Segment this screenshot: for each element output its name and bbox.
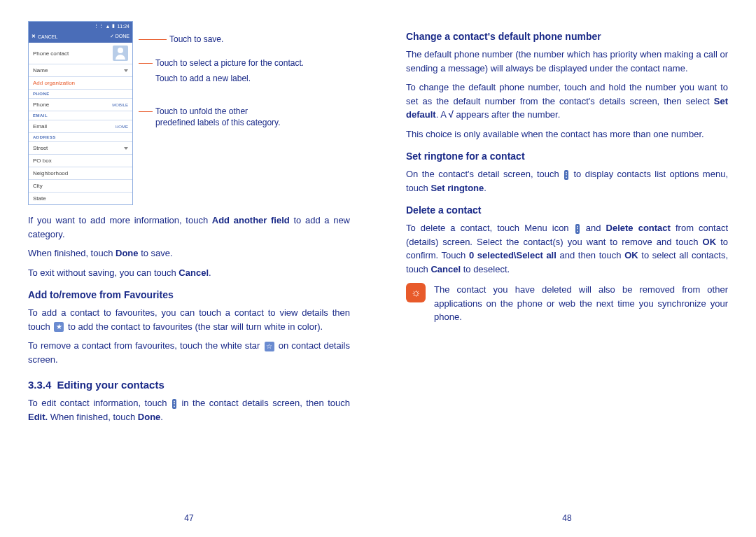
heading-default-number: Change a contact's default phone number <box>406 31 728 42</box>
p-default3: This choice is only available when the c… <box>406 127 728 141</box>
page-number-right: 48 <box>562 513 571 523</box>
state-label: State <box>33 195 46 202</box>
heading-ringtone: Set ringtone for a contact <box>406 151 728 162</box>
email-section-header: EMAIL <box>29 111 132 120</box>
contact-picture-icon[interactable] <box>113 46 128 61</box>
pobox-label: PO box <box>33 158 52 164</box>
phone-statusbar: ⋮⋮ ▲ ▮ 11:24 <box>29 22 132 30</box>
phone-and-callouts: ⋮⋮ ▲ ▮ 11:24 ✕ CANCEL ✓ DONE Phone conta… <box>28 21 350 205</box>
page-number-left: 47 <box>184 513 193 523</box>
tip-icon: ☼ <box>406 283 426 302</box>
callout-save: Touch to save. <box>139 34 304 45</box>
callout-label: Touch to add a new label. <box>139 73 304 84</box>
add-organization-link[interactable]: Add organization <box>29 77 132 90</box>
battery-icon: ▮ <box>112 23 115 29</box>
page-left: ⋮⋮ ▲ ▮ 11:24 ✕ CANCEL ✓ DONE Phone conta… <box>0 0 378 537</box>
phone-section-header: PHONE <box>29 90 132 99</box>
p-add-fav: To add a contact to favourites, you can … <box>28 306 350 333</box>
phone-contact-label: Phone contact <box>33 50 69 57</box>
tip-text: The contact you have deleted will also b… <box>434 283 728 324</box>
pobox-row[interactable]: PO box <box>29 155 132 167</box>
page-right: Change a contact's default phone number … <box>378 0 756 537</box>
p-default2: To change the default phone number, touc… <box>406 81 728 122</box>
callout-unfold: Touch to unfold the other predefined lab… <box>139 106 304 128</box>
tip-row: ☼ The contact you have deleted will also… <box>406 283 728 324</box>
p-default1: The default phone number (the number whi… <box>406 48 728 75</box>
address-section-header: ADDRESS <box>29 133 132 142</box>
callout-label-text: Touch to add a new label. <box>139 73 251 84</box>
p-add-field: If you want to add more information, tou… <box>28 214 350 241</box>
callout-picture: Touch to select a picture for the contac… <box>139 57 304 69</box>
signal-icon: ▲ <box>106 24 111 29</box>
p-edit: To edit contact information, touch in th… <box>28 396 350 424</box>
email-field-row[interactable]: Email HOME <box>29 120 132 133</box>
phone-mockup: ⋮⋮ ▲ ▮ 11:24 ✕ CANCEL ✓ DONE Phone conta… <box>28 21 133 205</box>
p-remove-fav: To remove a contact from favourites, tou… <box>28 339 350 366</box>
mobile-label[interactable]: MOBILE <box>112 103 128 107</box>
state-row[interactable]: State <box>29 193 132 204</box>
phone-field-label: Phone <box>33 102 49 108</box>
city-label: City <box>33 183 43 189</box>
phone-field-row[interactable]: Phone MOBILE <box>29 99 132 111</box>
p-ringtone: On the contact's detail screen, touch to… <box>406 167 728 195</box>
star-outline-icon <box>265 342 274 351</box>
callout-save-text: Touch to save. <box>167 34 223 45</box>
callout-picture-text: Touch to select a picture for the contac… <box>153 57 304 69</box>
check-icon: √ <box>449 109 454 120</box>
callout-unfold-text: Touch to unfold the other predefined lab… <box>153 106 281 128</box>
chevron-down-icon[interactable] <box>124 147 128 150</box>
status-time: 11:24 <box>117 24 130 29</box>
menu-icon <box>564 170 568 180</box>
heading-editing: 3.3.4Editing your contacts <box>28 379 350 391</box>
heading-delete: Delete a contact <box>406 204 728 216</box>
name-label: Name <box>33 67 48 74</box>
email-field-label: Email <box>33 123 47 130</box>
phone-contact-row: Phone contact <box>29 43 132 64</box>
callouts-column: Touch to save. Touch to select a picture… <box>139 21 304 205</box>
p-cancel: To exit without saving, you can touch Ca… <box>28 266 350 280</box>
neighborhood-row[interactable]: Neighborhood <box>29 167 132 180</box>
home-label[interactable]: HOME <box>115 125 128 129</box>
close-icon[interactable]: ✕ <box>31 34 36 39</box>
neigh-label: Neighborhood <box>33 170 68 176</box>
done-button[interactable]: ✓ DONE <box>110 34 130 39</box>
menu-icon <box>172 399 176 409</box>
wifi-icon: ⋮⋮ <box>94 23 104 29</box>
street-label: Street <box>33 145 48 151</box>
phone-topbar: ✕ CANCEL ✓ DONE <box>29 30 132 43</box>
p-done: When finished, touch Done to save. <box>28 246 350 260</box>
menu-icon <box>575 224 580 234</box>
chevron-down-icon[interactable] <box>124 69 128 72</box>
street-row[interactable]: Street <box>29 142 132 155</box>
star-icon <box>54 322 64 332</box>
cancel-label[interactable]: CANCEL <box>38 34 57 39</box>
heading-favourites: Add to/remove from Favourites <box>28 289 350 300</box>
p-delete: To delete a contact, touch Menu icon and… <box>406 221 728 276</box>
city-row[interactable]: City <box>29 180 132 193</box>
name-field-row[interactable]: Name <box>29 64 132 77</box>
